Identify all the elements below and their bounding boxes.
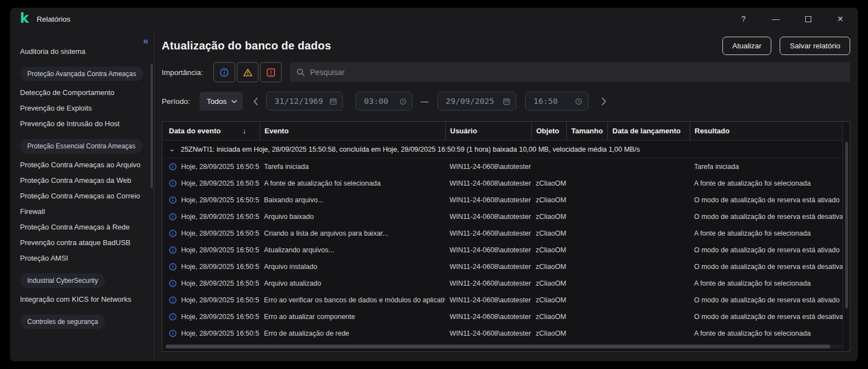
- sidebar-item-auditoria[interactable]: Auditoria do sistema: [10, 43, 154, 59]
- sort-desc-icon: ↓: [243, 127, 247, 135]
- table-gutter-divider: [842, 122, 843, 351]
- window-title: Relatórios: [37, 15, 71, 23]
- sidebar-section-protecao-essencial: Proteção Essencial Contra Ameaças: [20, 139, 143, 153]
- horizontal-scrollbar[interactable]: [166, 345, 842, 348]
- table-row[interactable]: Hoje, 28/09/2025 16:50:58 Erro de atuali…: [162, 325, 842, 342]
- table-row[interactable]: Hoje, 28/09/2025 16:50:58 Criando a list…: [162, 225, 842, 242]
- sidebar-section-protecao-avancada: Proteção Avançada Contra Ameaças: [20, 67, 143, 81]
- column-header-data-do-evento[interactable]: Data do evento ↓: [162, 122, 260, 140]
- date-from-input[interactable]: [275, 97, 330, 106]
- info-icon: [169, 179, 177, 187]
- importance-info-toggle[interactable]: [213, 62, 235, 82]
- table-row[interactable]: Hoje, 28/09/2025 16:50:58 Tarefa iniciad…: [162, 158, 842, 175]
- sidebar-item-ameacas-rede[interactable]: Proteção Contra Ameaças à Rede: [10, 219, 154, 235]
- help-button[interactable]: ?: [736, 12, 751, 26]
- date-from-field[interactable]: [266, 92, 343, 111]
- sidebar-item-ameacas-correio[interactable]: Proteção Contra Ameaças ao Correio: [10, 188, 154, 203]
- event-release-date: [607, 192, 690, 208]
- calendar-icon: [330, 97, 337, 106]
- task-group-row[interactable]: ⌄ 25ZNwTI1: iniciada em Hoje, 28/09/2025…: [162, 141, 842, 158]
- event-size: [566, 242, 607, 258]
- time-to-field[interactable]: [525, 92, 588, 111]
- sidebar-item-deteccao-comportamento[interactable]: Detecção de Comportamento: [10, 84, 154, 100]
- titlebar: k Relatórios ? — ✕: [10, 8, 858, 30]
- time-from-field[interactable]: [356, 92, 412, 111]
- event-object: zCliaoOM: [531, 292, 566, 308]
- chevron-down-icon: [231, 99, 237, 103]
- sidebar-scrollbar[interactable]: [151, 63, 153, 188]
- sidebar-item-amsi[interactable]: Proteção AMSI: [10, 250, 154, 266]
- events-table: Data do evento ↓ Evento Usuário Objeto T…: [162, 121, 850, 352]
- event-object: zCliaoOM: [531, 308, 566, 325]
- event-name: Erro de atualização de rede: [260, 325, 445, 342]
- column-header-objeto[interactable]: Objeto: [531, 122, 566, 140]
- clock-icon: [400, 97, 407, 106]
- event-name: Baixando arquivo...: [260, 192, 445, 208]
- maximize-button[interactable]: [800, 12, 816, 26]
- event-name: Criando a lista de arquivos para baixar.…: [260, 225, 445, 242]
- search-icon: [296, 68, 305, 77]
- time-from-input[interactable]: [364, 97, 399, 106]
- collapse-sidebar-button[interactable]: «: [143, 36, 147, 47]
- close-button[interactable]: ✕: [832, 12, 848, 26]
- event-date: Hoje, 28/09/2025 16:50:58: [181, 263, 260, 271]
- clock-icon: [575, 97, 582, 106]
- event-size: [566, 325, 607, 342]
- event-size: [566, 308, 607, 325]
- vertical-scrollbar-thumb[interactable]: [845, 142, 848, 308]
- save-report-button[interactable]: Salvar relatório: [780, 37, 850, 55]
- column-header-evento[interactable]: Evento: [260, 122, 445, 140]
- event-user: WIN11-24-0608\autotester: [445, 325, 531, 342]
- event-date: Hoje, 28/09/2025 16:50:58: [181, 280, 260, 287]
- column-header-tamanho[interactable]: Tamanho: [566, 122, 607, 140]
- table-row[interactable]: Hoje, 28/09/2025 16:50:58 A fonte de atu…: [162, 175, 842, 192]
- info-icon: [169, 196, 177, 204]
- sidebar-item-firewall[interactable]: Firewall: [10, 203, 154, 219]
- event-result: O modo de atualização de reserva está de…: [690, 308, 842, 325]
- minimize-button[interactable]: —: [768, 12, 784, 26]
- event-size: [566, 292, 607, 308]
- event-user: WIN11-24-0608\autotester: [445, 192, 531, 208]
- chevron-down-icon: ⌄: [168, 146, 176, 153]
- event-date: Hoje, 28/09/2025 16:50:58: [181, 179, 260, 187]
- column-header-lancamento[interactable]: Data de lançamento: [607, 122, 690, 140]
- event-user: WIN11-24-0608\autotester: [445, 225, 531, 242]
- event-user: WIN11-24-0608\autotester: [445, 258, 531, 275]
- table-row[interactable]: Hoje, 28/09/2025 16:50:58 Erro ao verifi…: [162, 292, 842, 308]
- event-user: WIN11-24-0608\autotester: [445, 308, 531, 325]
- info-icon: [220, 68, 229, 77]
- time-to-input[interactable]: [533, 97, 575, 106]
- search-input[interactable]: [310, 68, 844, 77]
- chevron-left-icon: [253, 97, 258, 106]
- importance-warning-toggle[interactable]: [237, 62, 258, 82]
- sidebar: « Auditoria do sistema Proteção Avançada…: [10, 30, 154, 361]
- sidebar-item-ameacas-arquivo[interactable]: Proteção Contra Ameaças ao Arquivo: [10, 157, 154, 172]
- sidebar-item-ameacas-web[interactable]: Proteção Contra Ameaças da Web: [10, 172, 154, 188]
- importance-critical-toggle[interactable]: [260, 62, 282, 82]
- sidebar-item-prevencao-exploits[interactable]: Prevenção de Exploits: [10, 100, 154, 116]
- date-to-field[interactable]: [437, 92, 516, 111]
- column-header-usuario[interactable]: Usuário: [445, 122, 531, 140]
- table-row[interactable]: Hoje, 28/09/2025 16:50:58 Erro ao atuali…: [162, 308, 842, 325]
- table-row[interactable]: Hoje, 28/09/2025 16:50:58 Arquivo atuali…: [162, 275, 842, 292]
- table-row[interactable]: Hoje, 28/09/2025 16:50:58 Baixando arqui…: [162, 192, 842, 208]
- table-row[interactable]: Hoje, 28/09/2025 16:50:58 Arquivo baixad…: [162, 208, 842, 225]
- period-prev-button[interactable]: [247, 92, 264, 111]
- horizontal-scrollbar-thumb[interactable]: [166, 345, 830, 348]
- column-header-resultado[interactable]: Resultado: [690, 122, 842, 140]
- event-release-date: [607, 292, 690, 308]
- sidebar-item-badusb[interactable]: Prevenção contra ataque BadUSB: [10, 235, 154, 250]
- event-result: A fonte de atualização foi selecionada: [690, 325, 842, 342]
- period-next-button[interactable]: [595, 92, 612, 111]
- table-row[interactable]: Hoje, 28/09/2025 16:50:58 Atualizando ar…: [162, 242, 842, 258]
- info-icon: [169, 280, 177, 287]
- sidebar-item-prevencao-intrusao[interactable]: Prevenção de Intrusão do Host: [10, 116, 154, 131]
- refresh-button[interactable]: Atualizar: [722, 37, 772, 55]
- main-panel: Atualização do banco de dados Atualizar …: [154, 30, 858, 361]
- sidebar-item-kics[interactable]: Integração com KICS for Networks: [10, 291, 154, 307]
- warning-icon: [243, 68, 253, 77]
- event-result: O modo de atualização de reserva está de…: [690, 258, 842, 275]
- date-to-input[interactable]: [446, 97, 503, 106]
- period-range-dropdown[interactable]: Todos: [199, 92, 243, 111]
- table-row[interactable]: Hoje, 28/09/2025 16:50:58 Arquivo instal…: [162, 258, 842, 275]
